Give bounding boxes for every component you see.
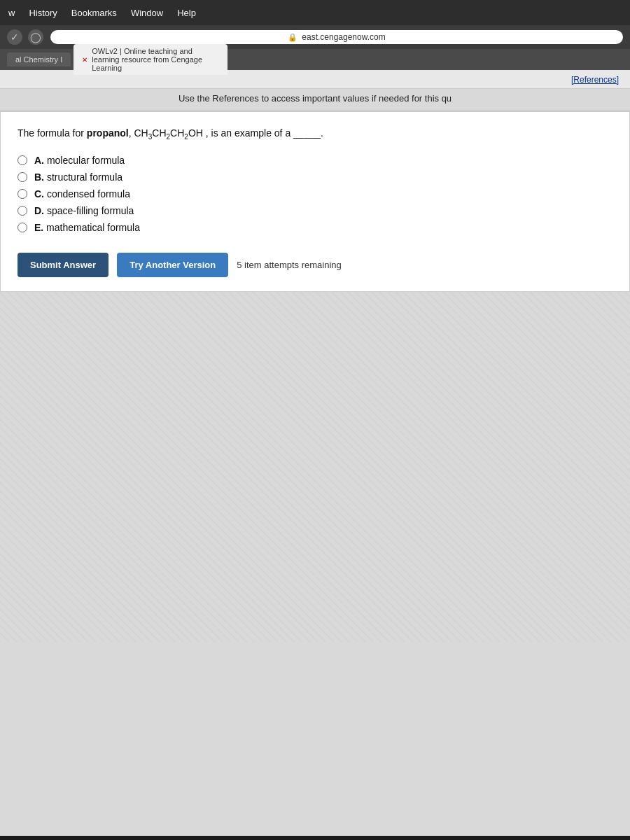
option-e[interactable]: E. mathematical formula (18, 222, 612, 233)
help-text: Use the References to access important v… (0, 89, 630, 111)
submit-answer-button[interactable]: Submit Answer (18, 253, 108, 277)
menu-bar: w History Bookmarks Window Help (0, 0, 630, 25)
option-b-label: B. structural formula (34, 172, 122, 183)
radio-e[interactable] (18, 223, 27, 232)
tab-chemistry[interactable]: al Chemistry I (7, 52, 71, 66)
option-d[interactable]: D. space-filling formula (18, 205, 612, 216)
tab-owlv2[interactable]: ✕ OWLv2 | Online teaching and learning r… (74, 44, 227, 75)
option-c-label: C. condensed formula (34, 188, 130, 200)
tab-chemistry-label: al Chemistry I (15, 55, 62, 64)
question-bold-word: propanol (87, 127, 129, 139)
tab-owlv2-label: OWLv2 | Online teaching and learning res… (92, 47, 219, 72)
radio-d[interactable] (18, 206, 27, 216)
menu-help[interactable]: Help (177, 8, 196, 18)
nav-buttons: ✓ ◯ (7, 29, 43, 45)
main-content: [References] Use the References to acces… (0, 70, 630, 836)
option-b[interactable]: B. structural formula (18, 172, 612, 183)
menu-bookmarks[interactable]: Bookmarks (71, 8, 117, 18)
answer-options: A. molecular formula B. structural formu… (18, 155, 612, 233)
radio-a[interactable] (18, 155, 27, 165)
option-d-label: D. space-filling formula (34, 205, 134, 216)
blank-line: _____ (293, 127, 321, 139)
question-text: The formula for propanol, CH3CH2CH2OH , … (18, 126, 612, 142)
try-another-version-button[interactable]: Try Another Version (117, 253, 228, 277)
tab-x-icon[interactable]: ✕ (82, 56, 88, 64)
option-e-label: E. mathematical formula (34, 222, 140, 233)
watermark-area (0, 292, 630, 642)
url-text: east.cengagenow.com (302, 32, 385, 42)
menu-w[interactable]: w (8, 8, 15, 18)
help-text-content: Use the References to access important v… (178, 93, 451, 104)
back-button[interactable]: ✓ (7, 29, 22, 45)
option-c[interactable]: C. condensed formula (18, 188, 612, 200)
lock-icon: 🔒 (288, 33, 298, 42)
tab-bar: al Chemistry I ✕ OWLv2 | Online teaching… (0, 49, 630, 70)
option-a-label: A. molecular formula (34, 155, 125, 166)
option-a[interactable]: A. molecular formula (18, 155, 612, 166)
question-area: The formula for propanol, CH3CH2CH2OH , … (0, 111, 630, 292)
menu-history[interactable]: History (29, 8, 57, 18)
button-row: Submit Answer Try Another Version 5 item… (18, 250, 612, 280)
refresh-button[interactable]: ◯ (28, 29, 43, 45)
radio-b[interactable] (18, 172, 27, 182)
attempts-remaining-text: 5 item attempts remaining (237, 260, 342, 270)
chemical-formula: , CH3CH2CH2OH , is an example of a _____… (129, 127, 323, 139)
question-prefix: The formula for (18, 127, 87, 139)
address-bar[interactable]: 🔒 east.cengagenow.com (50, 30, 623, 44)
menu-window[interactable]: Window (131, 8, 163, 18)
radio-c[interactable] (18, 189, 27, 199)
references-link[interactable]: [References] (571, 75, 619, 85)
